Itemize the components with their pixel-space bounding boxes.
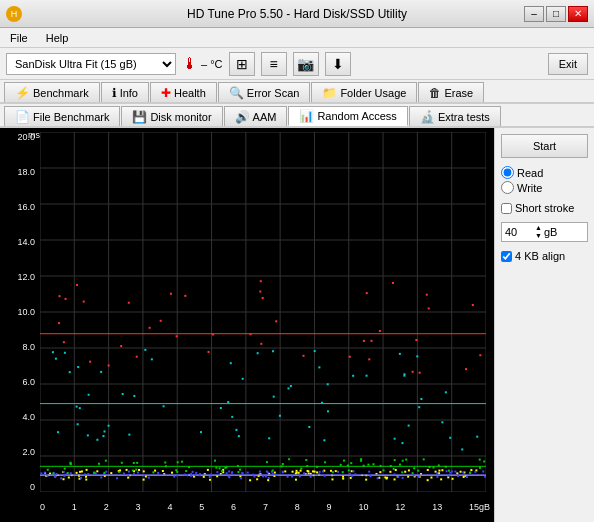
toolbar: SanDisk Ultra Fit (15 gB) 🌡 – °C ⊞ ≡ 📷 ⬇…	[0, 48, 594, 80]
tab-health[interactable]: ✚ Health	[150, 82, 217, 102]
tab-bar-2: 📄 File Benchmark 💾 Disk monitor 🔊 AAM 📊 …	[0, 104, 594, 128]
temperature-display: 🌡 – °C	[182, 55, 223, 73]
read-label: Read	[517, 167, 543, 179]
tab-error-scan[interactable]: 🔍 Error Scan	[218, 82, 311, 102]
tab-random-access[interactable]: 📊 Random Access	[288, 106, 407, 126]
write-radio[interactable]	[501, 181, 514, 194]
gb-unit-label: gB	[544, 226, 557, 238]
chart-canvas	[40, 132, 486, 492]
read-write-group: Read Write	[501, 166, 588, 194]
tab-erase[interactable]: 🗑 Erase	[418, 82, 484, 102]
thermometer-icon: 🌡	[182, 55, 198, 73]
short-stroke-label: Short stroke	[515, 202, 574, 214]
tab-file-benchmark[interactable]: 📄 File Benchmark	[4, 106, 120, 126]
title-bar: H HD Tune Pro 5.50 - Hard Disk/SSD Utili…	[0, 0, 594, 28]
short-stroke-checkbox[interactable]	[501, 203, 512, 214]
align-checkbox[interactable]	[501, 251, 512, 262]
right-panel: Start Read Write Short stroke ▲ ▼ gB	[494, 128, 594, 522]
close-button[interactable]: ✕	[568, 6, 588, 22]
gb-spinner: ▲ ▼ gB	[501, 222, 588, 242]
maximize-button[interactable]: □	[546, 6, 566, 22]
drive-select[interactable]: SanDisk Ultra Fit (15 gB)	[6, 53, 176, 75]
spin-up-button[interactable]: ▲	[535, 224, 542, 232]
tab-benchmark[interactable]: ⚡ Benchmark	[4, 82, 100, 102]
toolbar-btn-2[interactable]: ≡	[261, 52, 287, 76]
write-label: Write	[517, 182, 542, 194]
menu-help[interactable]: Help	[42, 31, 73, 45]
tab-info[interactable]: ℹ Info	[101, 82, 149, 102]
tab-disk-monitor[interactable]: 💾 Disk monitor	[121, 106, 222, 126]
toolbar-btn-4[interactable]: ⬇	[325, 52, 351, 76]
tab-aam[interactable]: 🔊 AAM	[224, 106, 288, 126]
window-title: HD Tune Pro 5.50 - Hard Disk/SSD Utility	[187, 7, 407, 21]
tab-bar-1: ⚡ Benchmark ℹ Info ✚ Health 🔍 Error Scan…	[0, 80, 594, 104]
spin-down-button[interactable]: ▼	[535, 232, 542, 240]
toolbar-btn-3[interactable]: 📷	[293, 52, 319, 76]
toolbar-btn-1[interactable]: ⊞	[229, 52, 255, 76]
tab-folder-usage[interactable]: 📁 Folder Usage	[311, 82, 417, 102]
gb-input[interactable]	[505, 226, 533, 238]
y-axis: 20.0 18.0 16.0 14.0 12.0 10.0 8.0 6.0 4.…	[0, 132, 38, 492]
tab-extra-tests[interactable]: 🔬 Extra tests	[409, 106, 501, 126]
minimize-button[interactable]: –	[524, 6, 544, 22]
exit-button[interactable]: Exit	[548, 53, 588, 75]
start-button[interactable]: Start	[501, 134, 588, 158]
align-row: 4 KB align	[501, 250, 588, 262]
short-stroke-row: Short stroke	[501, 202, 588, 214]
read-radio[interactable]	[501, 166, 514, 179]
align-label: 4 KB align	[515, 250, 565, 262]
x-axis: 0 1 2 3 4 5 6 7 8 9 10 12 13 15gB	[40, 502, 490, 512]
menu-bar: File Help	[0, 28, 594, 48]
temperature-value: – °C	[201, 58, 223, 70]
main-content: ms 20.0 18.0 16.0 14.0 12.0 10.0 8.0 6.0…	[0, 128, 594, 522]
menu-file[interactable]: File	[6, 31, 32, 45]
chart-area: ms 20.0 18.0 16.0 14.0 12.0 10.0 8.0 6.0…	[0, 128, 494, 522]
app-icon: H	[6, 6, 22, 22]
